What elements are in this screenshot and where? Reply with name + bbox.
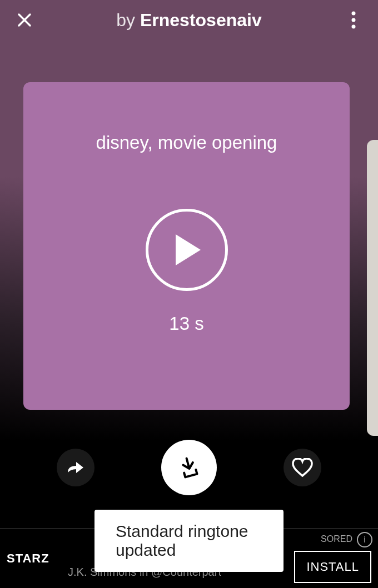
- action-bar: [0, 412, 378, 512]
- play-icon: [173, 234, 201, 265]
- download-set-icon: [177, 456, 201, 479]
- favorite-button[interactable]: [284, 449, 321, 486]
- svg-marker-5: [176, 234, 201, 265]
- author-name[interactable]: Ernestosenaiv: [140, 10, 262, 30]
- set-ringtone-button[interactable]: [161, 440, 217, 495]
- close-icon: [16, 11, 33, 29]
- svg-point-3: [352, 18, 356, 22]
- ad-info-button[interactable]: i: [357, 532, 372, 547]
- play-button[interactable]: [146, 209, 228, 291]
- by-label: by: [116, 10, 135, 30]
- card-carousel[interactable]: disney, movie opening 13 s: [0, 40, 378, 412]
- header-bar: by Ernestosenaiv: [0, 0, 378, 40]
- toast-notification: Standard ringtone updated: [94, 510, 284, 572]
- more-options-button[interactable]: [342, 9, 365, 31]
- heart-icon: [292, 458, 313, 477]
- sponsored-label: SORED: [321, 534, 352, 544]
- ad-logo: STARZ: [7, 551, 68, 566]
- info-icon: i: [364, 535, 366, 545]
- install-button[interactable]: INSTALL: [294, 551, 371, 583]
- svg-point-4: [352, 25, 356, 29]
- ringtone-title: disney, movie opening: [96, 132, 277, 153]
- share-button[interactable]: [57, 449, 94, 486]
- svg-point-2: [352, 12, 356, 16]
- share-icon: [66, 459, 85, 476]
- ringtone-card: disney, movie opening 13 s: [23, 82, 350, 410]
- close-button[interactable]: [13, 9, 36, 31]
- duration-label: 13 s: [169, 313, 203, 334]
- page-title: by Ernestosenaiv: [36, 10, 342, 31]
- more-vertical-icon: [351, 11, 356, 29]
- toast-message: Standard ringtone updated: [116, 522, 248, 559]
- next-card-peek[interactable]: [367, 140, 378, 436]
